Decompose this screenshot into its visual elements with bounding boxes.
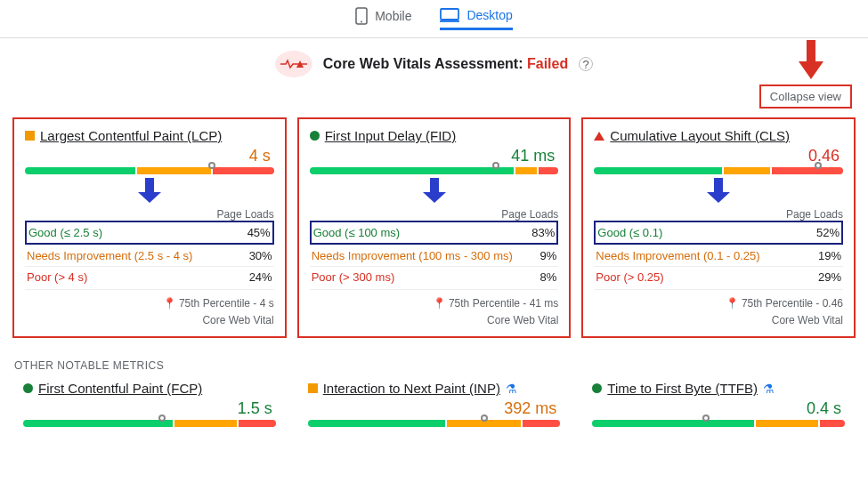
assessment-row: Core Web Vitals Assessment: Failed ? bbox=[0, 38, 868, 81]
percentile-tick-icon bbox=[815, 162, 822, 169]
dist-ni-row: Needs Improvement (0.1 - 0.25)19% bbox=[594, 245, 843, 266]
svg-marker-8 bbox=[138, 192, 161, 203]
mobile-icon bbox=[355, 7, 368, 25]
flask-icon: ⚗ bbox=[506, 382, 517, 396]
tab-mobile-label: Mobile bbox=[375, 9, 411, 23]
svg-rect-2 bbox=[441, 9, 458, 20]
distribution-bar bbox=[308, 420, 561, 427]
distribution-bar bbox=[23, 420, 276, 427]
metric-card-fcp: First Contentful Paint (FCP) 1.5 s bbox=[12, 377, 287, 427]
svg-rect-7 bbox=[145, 178, 154, 192]
metric-value: 4 s bbox=[25, 143, 274, 167]
metric-value: 1.5 s bbox=[23, 396, 276, 420]
metric-card-cls: Cumulative Layout Shift (CLS) 0.46 Page … bbox=[581, 117, 856, 338]
other-metrics-row: First Contentful Paint (FCP) 1.5 s Inter… bbox=[0, 377, 868, 434]
assessment-label: Core Web Vitals Assessment: Failed bbox=[323, 56, 568, 72]
metric-card-ttfb: Time to First Byte (TTFB) ⚗ 0.4 s bbox=[581, 377, 856, 427]
triangle-icon bbox=[594, 132, 604, 141]
annotation-blue-arrow-icon bbox=[310, 176, 559, 205]
dist-ni-row: Needs Improvement (100 ms - 300 ms)9% bbox=[310, 245, 559, 266]
svg-point-1 bbox=[361, 21, 362, 23]
pageloads-label: Page Loads bbox=[310, 205, 559, 221]
percentile-tick-icon bbox=[158, 415, 166, 422]
percentile-tick-icon bbox=[702, 415, 710, 422]
pageloads-label: Page Loads bbox=[25, 205, 274, 221]
tab-desktop-label: Desktop bbox=[466, 8, 512, 22]
annotation-red-arrow-icon bbox=[795, 38, 827, 81]
pageloads-label: Page Loads bbox=[594, 205, 843, 221]
metric-name-link[interactable]: Interaction to Next Paint (INP) bbox=[323, 381, 500, 396]
pin-icon: 📍 bbox=[726, 297, 739, 310]
desktop-icon bbox=[440, 8, 459, 22]
metric-name-link[interactable]: First Contentful Paint (FCP) bbox=[38, 381, 202, 396]
percentile-tick-icon bbox=[208, 162, 215, 169]
collapse-view-button[interactable]: Collapse view bbox=[759, 85, 852, 109]
annotation-blue-arrow-icon bbox=[594, 176, 843, 205]
tab-mobile[interactable]: Mobile bbox=[355, 7, 411, 30]
svg-rect-9 bbox=[430, 178, 439, 192]
metric-value: 392 ms bbox=[308, 396, 561, 420]
dist-poor-row: Poor (> 300 ms)8% bbox=[310, 266, 559, 287]
metric-card-inp: Interaction to Next Paint (INP) ⚗ 392 ms bbox=[297, 377, 572, 427]
svg-rect-5 bbox=[807, 40, 815, 61]
annotation-blue-arrow-icon bbox=[25, 176, 274, 205]
metric-footer: 📍 75th Percentile - 41 msCore Web Vital bbox=[310, 289, 559, 329]
distribution-bar bbox=[310, 167, 559, 174]
metric-footer: 📍 75th Percentile - 0.46Core Web Vital bbox=[594, 289, 843, 329]
dist-good-row: Good (≤ 0.1)52% bbox=[594, 221, 843, 245]
distribution-bar bbox=[25, 167, 274, 174]
other-metrics-header: OTHER NOTABLE METRICS bbox=[0, 347, 868, 377]
circle-icon bbox=[310, 131, 320, 141]
pin-icon: 📍 bbox=[433, 297, 446, 310]
percentile-tick-icon bbox=[481, 415, 488, 422]
svg-marker-12 bbox=[707, 192, 730, 203]
metric-value: 0.46 bbox=[594, 143, 843, 167]
square-icon bbox=[25, 131, 35, 141]
flask-icon: ⚗ bbox=[763, 382, 775, 396]
dist-good-row: Good (≤ 100 ms)83% bbox=[310, 221, 559, 245]
svg-rect-11 bbox=[714, 178, 723, 192]
metric-card-fid: First Input Delay (FID) 41 ms Page Loads… bbox=[297, 117, 572, 338]
circle-icon bbox=[592, 383, 602, 393]
pin-icon: 📍 bbox=[163, 297, 176, 310]
metric-value: 0.4 s bbox=[592, 396, 845, 420]
dist-poor-row: Poor (> 4 s)24% bbox=[25, 266, 274, 287]
tab-desktop[interactable]: Desktop bbox=[440, 8, 512, 30]
metric-name-link[interactable]: Time to First Byte (TTFB) bbox=[607, 381, 758, 396]
square-icon bbox=[308, 383, 318, 393]
dist-poor-row: Poor (> 0.25)29% bbox=[594, 266, 843, 287]
help-icon[interactable]: ? bbox=[579, 57, 593, 71]
percentile-tick-icon bbox=[492, 162, 499, 169]
svg-marker-10 bbox=[423, 192, 446, 203]
metric-name-link[interactable]: First Input Delay (FID) bbox=[325, 128, 457, 143]
assessment-status: Failed bbox=[527, 56, 568, 71]
dist-ni-row: Needs Improvement (2.5 s - 4 s)30% bbox=[25, 245, 274, 266]
assessment-badge-icon bbox=[275, 51, 312, 77]
collapse-row: Collapse view bbox=[0, 81, 868, 117]
metric-footer: 📍 75th Percentile - 4 sCore Web Vital bbox=[25, 289, 274, 329]
core-metrics-row: Largest Contentful Paint (LCP) 4 s Page … bbox=[0, 117, 868, 347]
svg-marker-6 bbox=[799, 61, 823, 79]
dist-good-row: Good (≤ 2.5 s)45% bbox=[25, 221, 274, 245]
metric-name-link[interactable]: Cumulative Layout Shift (CLS) bbox=[610, 128, 790, 143]
metric-card-lcp: Largest Contentful Paint (LCP) 4 s Page … bbox=[12, 117, 287, 338]
metric-value: 41 ms bbox=[310, 143, 559, 167]
device-tabs: Mobile Desktop bbox=[0, 0, 868, 38]
distribution-bar bbox=[592, 420, 845, 427]
metric-name-link[interactable]: Largest Contentful Paint (LCP) bbox=[40, 128, 222, 143]
circle-icon bbox=[23, 383, 33, 393]
distribution-bar bbox=[594, 167, 843, 174]
